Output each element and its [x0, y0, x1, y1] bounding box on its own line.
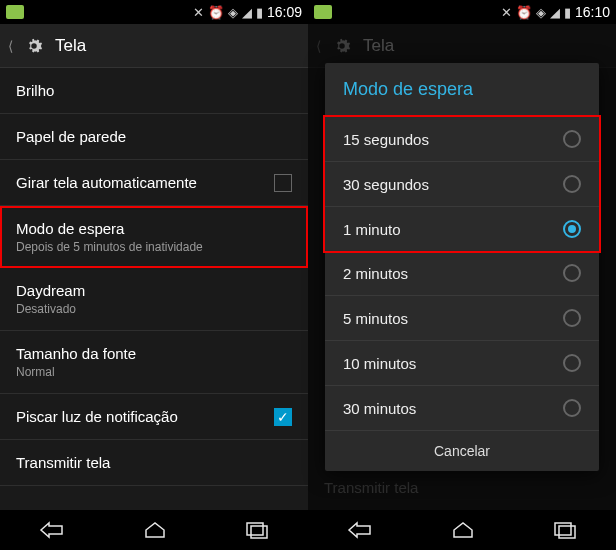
radio-icon [563, 175, 581, 193]
back-icon[interactable]: ⟨ [8, 38, 13, 54]
signal-icon: ◢ [242, 5, 252, 20]
option-15s[interactable]: 15 segundos [325, 117, 599, 162]
nav-home-icon[interactable] [450, 520, 476, 540]
wifi-icon: ◈ [536, 5, 546, 20]
wifi-icon: ◈ [228, 5, 238, 20]
item-tamanho-fonte[interactable]: Tamanho da fonte Normal [0, 331, 308, 394]
item-modo-de-espera[interactable]: Modo de espera Depois de 5 minutos de in… [0, 206, 308, 268]
option-30m[interactable]: 30 minutos [325, 386, 599, 430]
app-badge-icon [6, 5, 24, 19]
item-transmitir-tela[interactable]: Transmitir tela [0, 440, 308, 486]
cancel-button[interactable]: Cancelar [325, 430, 599, 471]
dialog-options: 15 segundos 30 segundos 1 minuto 2 minut… [325, 115, 599, 430]
battery-icon: ▮ [564, 5, 571, 20]
item-papel-de-parede[interactable]: Papel de parede [0, 114, 308, 160]
nav-recent-icon[interactable] [553, 521, 577, 539]
option-1m[interactable]: 1 minuto [325, 207, 599, 251]
option-2m[interactable]: 2 minutos [325, 251, 599, 296]
radio-icon [563, 309, 581, 327]
battery-icon: ▮ [256, 5, 263, 20]
item-girar-tela[interactable]: Girar tela automaticamente [0, 160, 308, 206]
checkbox-girar[interactable] [274, 174, 292, 192]
clock: 16:09 [267, 4, 302, 20]
sleep-dialog: Modo de espera 15 segundos 30 segundos 1… [325, 63, 599, 471]
nav-recent-icon[interactable] [245, 521, 269, 539]
status-bar: ✕ ⏰ ◈ ◢ ▮ 16:10 [308, 0, 616, 24]
settings-list: Brilho Papel de parede Girar tela automa… [0, 68, 308, 510]
option-30s[interactable]: 30 segundos [325, 162, 599, 207]
app-badge-icon [314, 5, 332, 19]
checkbox-piscar[interactable]: ✓ [274, 408, 292, 426]
highlight-box: 15 segundos 30 segundos 1 minuto [323, 115, 601, 253]
svg-rect-2 [555, 523, 571, 535]
dialog-overlay: Modo de espera 15 segundos 30 segundos 1… [308, 24, 616, 510]
no-sim-icon: ✕ [501, 5, 512, 20]
radio-icon [563, 130, 581, 148]
signal-icon: ◢ [550, 5, 560, 20]
title-bar: ⟨ Tela [0, 24, 308, 68]
svg-rect-1 [251, 526, 267, 538]
nav-bar [0, 510, 308, 550]
svg-rect-0 [247, 523, 263, 535]
gear-icon [23, 35, 45, 57]
alarm-icon: ⏰ [516, 5, 532, 20]
phone-left: ✕ ⏰ ◈ ◢ ▮ 16:09 ⟨ Tela Brilho Papel de p… [0, 0, 308, 550]
nav-home-icon[interactable] [142, 520, 168, 540]
dialog-title: Modo de espera [325, 63, 599, 117]
option-10m[interactable]: 10 minutos [325, 341, 599, 386]
status-bar: ✕ ⏰ ◈ ◢ ▮ 16:09 [0, 0, 308, 24]
svg-rect-3 [559, 526, 575, 538]
nav-back-icon[interactable] [347, 520, 373, 540]
item-daydream[interactable]: Daydream Desativado [0, 268, 308, 331]
clock: 16:10 [575, 4, 610, 20]
radio-icon [563, 354, 581, 372]
no-sim-icon: ✕ [193, 5, 204, 20]
phone-right: ✕ ⏰ ◈ ◢ ▮ 16:10 ⟨ Tela Transmitir tela M… [308, 0, 616, 550]
nav-back-icon[interactable] [39, 520, 65, 540]
item-piscar-luz[interactable]: Piscar luz de notificação ✓ [0, 394, 308, 440]
page-title: Tela [55, 36, 86, 56]
radio-icon [563, 399, 581, 417]
radio-icon [563, 264, 581, 282]
option-5m[interactable]: 5 minutos [325, 296, 599, 341]
alarm-icon: ⏰ [208, 5, 224, 20]
nav-bar [308, 510, 616, 550]
item-brilho[interactable]: Brilho [0, 68, 308, 114]
radio-icon [563, 220, 581, 238]
